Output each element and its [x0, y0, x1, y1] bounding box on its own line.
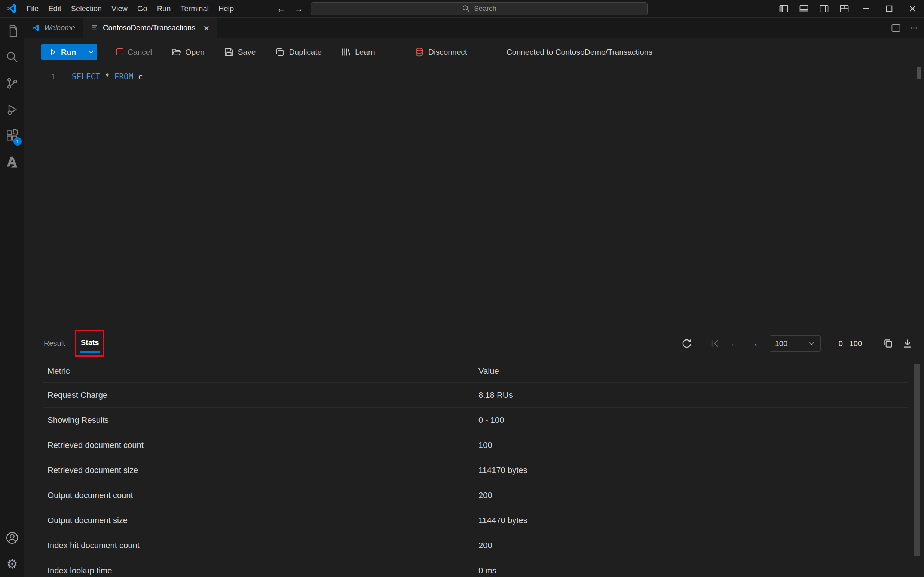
- query-editor[interactable]: 1 SELECT * FROM c: [24, 66, 924, 327]
- run-split-button: Run: [41, 44, 97, 60]
- menu-selection[interactable]: Selection: [66, 5, 106, 13]
- metric-cell: Showing Results: [43, 415, 474, 425]
- stop-icon: [116, 48, 124, 55]
- minimize-button[interactable]: [855, 0, 877, 17]
- forward-icon[interactable]: →: [294, 4, 303, 13]
- azure-icon[interactable]: [0, 148, 24, 175]
- run-debug-icon[interactable]: [0, 96, 24, 122]
- save-button[interactable]: Save: [224, 47, 256, 57]
- run-button[interactable]: Run: [41, 44, 85, 60]
- menu-run[interactable]: Run: [152, 5, 176, 13]
- vscode-logo-icon: [6, 3, 17, 14]
- activity-bar-top: 1: [0, 18, 24, 175]
- tab-result[interactable]: Result: [43, 335, 66, 352]
- save-icon: [224, 47, 234, 57]
- table-row: Index hit document count 200: [43, 533, 908, 558]
- metric-cell: Output document count: [43, 490, 474, 500]
- pagination-controls: ← → 100 0 - 100: [681, 327, 913, 359]
- toggle-panel-icon[interactable]: [794, 4, 814, 13]
- menu-go[interactable]: Go: [132, 5, 152, 13]
- run-dropdown-button[interactable]: [85, 44, 97, 60]
- metric-cell: Index lookup time: [43, 566, 474, 575]
- collection-token: c: [138, 72, 143, 81]
- search-placeholder: Search: [474, 5, 496, 13]
- titlebar-controls: ×: [774, 0, 924, 17]
- metric-column-header: Metric: [43, 366, 474, 376]
- value-cell: 8.18 RUs: [474, 390, 908, 400]
- welcome-tab-icon: [32, 24, 40, 32]
- duplicate-button-label: Duplicate: [289, 48, 322, 56]
- keyword-select: SELECT: [72, 72, 100, 81]
- explorer-icon[interactable]: [0, 18, 24, 44]
- source-control-icon[interactable]: [0, 70, 24, 96]
- results-scrollbar[interactable]: [914, 364, 919, 556]
- table-row: Output document size 114470 bytes: [43, 508, 908, 533]
- result-range: 0 - 100: [839, 339, 862, 348]
- menu-terminal[interactable]: Terminal: [175, 5, 214, 13]
- query-text: SELECT * FROM c: [72, 72, 143, 81]
- open-button-label: Open: [185, 48, 204, 56]
- disconnect-button-label: Disconnect: [428, 48, 467, 56]
- welcome-tab-label: Welcome: [44, 24, 75, 32]
- close-button[interactable]: ×: [901, 0, 924, 17]
- value-cell: 200: [474, 490, 908, 500]
- duplicate-button[interactable]: Duplicate: [275, 47, 322, 57]
- customize-layout-icon[interactable]: [834, 4, 855, 13]
- menu-help[interactable]: Help: [214, 5, 239, 13]
- menubar: File Edit Selection View Go Run Terminal…: [22, 5, 239, 13]
- more-actions-icon[interactable]: [909, 23, 919, 33]
- menu-edit[interactable]: Edit: [43, 5, 66, 13]
- value-cell: 0 - 100: [474, 415, 908, 425]
- table-row: Showing Results 0 - 100: [43, 408, 908, 433]
- tab-bar: Welcome ContosoDemo/Transactions ×: [24, 18, 924, 38]
- toggle-secondary-sidebar-icon[interactable]: [814, 4, 834, 13]
- library-icon: [341, 47, 351, 57]
- connection-status: Connected to ContosoDemo/Transactions: [507, 48, 652, 56]
- extensions-icon[interactable]: 1: [0, 122, 24, 148]
- activity-bar: 1 ⚙: [0, 18, 24, 577]
- open-button[interactable]: Open: [171, 47, 204, 57]
- save-button-label: Save: [238, 48, 256, 56]
- back-icon[interactable]: ←: [277, 4, 286, 13]
- menu-view[interactable]: View: [106, 5, 132, 13]
- table-row: Retrieved document size 114170 bytes: [43, 458, 908, 483]
- value-cell: 200: [474, 541, 908, 550]
- maximize-button[interactable]: [877, 0, 901, 17]
- titlebar: File Edit Selection View Go Run Terminal…: [0, 0, 924, 18]
- learn-button-label: Learn: [355, 48, 375, 56]
- search-icon: [462, 5, 470, 13]
- split-editor-icon[interactable]: [891, 23, 901, 33]
- toolbar-separator: [394, 45, 395, 59]
- next-page-icon[interactable]: →: [749, 338, 759, 349]
- refresh-icon[interactable]: [681, 338, 692, 349]
- metric-cell: Index hit document count: [43, 541, 474, 550]
- value-cell: 114470 bytes: [474, 516, 908, 525]
- cancel-button-label: Cancel: [127, 48, 152, 56]
- editor-scrollbar[interactable]: [917, 67, 921, 79]
- main-area: 1 ⚙: [0, 18, 924, 577]
- download-icon[interactable]: [902, 338, 913, 349]
- tab-close-icon[interactable]: ×: [203, 23, 209, 33]
- activity-bar-bottom: ⚙: [0, 525, 24, 577]
- tab-stats[interactable]: Stats: [80, 335, 100, 353]
- settings-gear-icon[interactable]: ⚙: [0, 551, 24, 577]
- toggle-sidebar-icon[interactable]: [774, 4, 794, 13]
- menu-file[interactable]: File: [22, 5, 43, 13]
- disconnect-button[interactable]: Disconnect: [414, 47, 467, 57]
- search-input[interactable]: Search: [311, 2, 647, 15]
- tab-query-editor[interactable]: ContosoDemo/Transactions ×: [83, 18, 217, 38]
- table-row: Request Charge 8.18 RUs: [43, 383, 908, 408]
- keyword-from: FROM: [114, 72, 134, 81]
- learn-button[interactable]: Learn: [341, 47, 375, 57]
- results-panel: Result Stats ← →: [24, 327, 924, 577]
- tab-welcome[interactable]: Welcome: [24, 18, 83, 38]
- chevron-down-icon: [808, 340, 815, 347]
- copy-results-icon[interactable]: [883, 338, 893, 349]
- duplicate-icon: [275, 47, 285, 57]
- value-cell: 100: [474, 440, 908, 450]
- accounts-icon[interactable]: [0, 525, 24, 551]
- database-icon: [414, 47, 424, 57]
- code-line: 1 SELECT * FROM c: [24, 71, 924, 83]
- page-size-select[interactable]: 100: [769, 335, 821, 352]
- search-activity-icon[interactable]: [0, 44, 24, 70]
